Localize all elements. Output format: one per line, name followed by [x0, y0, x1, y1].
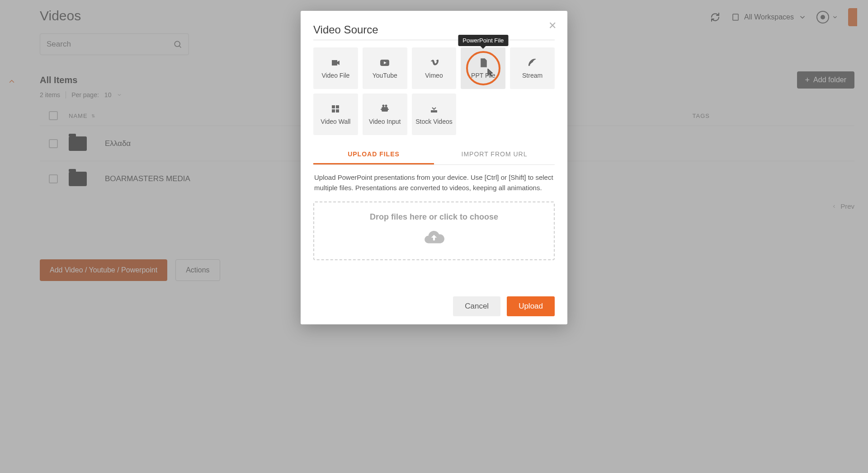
cancel-button[interactable]: Cancel [453, 296, 500, 316]
source-label: Stream [522, 72, 542, 79]
ppt-file-icon: P [477, 57, 490, 68]
close-button[interactable]: ✕ [546, 19, 559, 33]
source-label: Stock Videos [415, 118, 452, 125]
video-input-icon [378, 103, 391, 114]
svg-rect-16 [332, 105, 335, 108]
modal-overlay[interactable]: ✕ Video Source Video File YouTube [0, 0, 868, 473]
svg-rect-20 [382, 108, 387, 111]
source-label: Video Input [369, 118, 401, 125]
source-label: PPT File [471, 72, 495, 79]
tooltip: PowerPoint File [458, 35, 508, 46]
svg-point-22 [386, 105, 387, 107]
video-wall-icon [329, 103, 342, 114]
modal-title: Video Source [313, 23, 555, 40]
highlight-ring [466, 51, 500, 85]
source-vimeo[interactable]: Vimeo [412, 47, 457, 89]
svg-rect-25 [431, 110, 437, 112]
stream-icon [526, 57, 539, 68]
upload-button[interactable]: Upload [507, 296, 555, 316]
svg-rect-18 [332, 109, 335, 112]
source-grid: Video File YouTube Vimeo PowerPoint Fil [313, 47, 555, 135]
svg-text:P: P [482, 62, 485, 65]
vimeo-icon [428, 57, 440, 68]
cloud-upload-icon [420, 226, 448, 249]
source-ppt-file[interactable]: PowerPoint File P PPT File [461, 47, 505, 89]
source-label: Video File [321, 72, 349, 79]
svg-point-21 [383, 105, 384, 107]
youtube-icon [378, 57, 391, 68]
video-file-icon [329, 57, 342, 68]
dropzone-label: Drop files here or click to choose [370, 212, 498, 222]
source-label: YouTube [373, 72, 397, 79]
svg-rect-17 [336, 105, 339, 108]
source-stream[interactable]: Stream [510, 47, 555, 89]
upload-tabs: UPLOAD FILES IMPORT FROM URL [313, 145, 555, 165]
source-video-file[interactable]: Video File [313, 47, 358, 89]
upload-description: Upload PowerPoint presentations from you… [314, 172, 554, 193]
source-label: Vimeo [425, 72, 443, 79]
source-youtube[interactable]: YouTube [363, 47, 407, 89]
tab-import-from-url[interactable]: IMPORT FROM URL [434, 145, 555, 164]
stock-videos-icon [428, 103, 440, 114]
source-video-input[interactable]: Video Input [363, 94, 407, 135]
source-stock-videos[interactable]: Stock Videos [412, 94, 457, 135]
close-icon: ✕ [548, 20, 557, 32]
svg-point-15 [528, 65, 530, 66]
source-video-wall[interactable]: Video Wall [313, 94, 358, 135]
dropzone[interactable]: Drop files here or click to choose [313, 201, 555, 260]
video-source-modal: ✕ Video Source Video File YouTube [301, 11, 567, 324]
svg-rect-19 [336, 109, 339, 112]
source-label: Video Wall [321, 118, 350, 125]
tab-upload-files[interactable]: UPLOAD FILES [313, 145, 434, 164]
modal-footer: Cancel Upload [301, 296, 567, 316]
